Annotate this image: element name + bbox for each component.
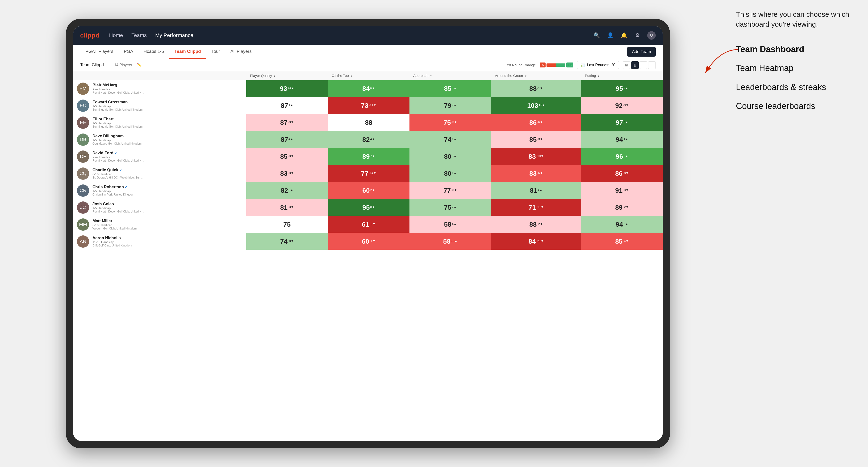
grid-view-button[interactable]: ⊞	[623, 61, 630, 69]
score-cell-tee: 88	[328, 114, 409, 131]
team-name: Team Clippd	[80, 63, 104, 67]
player-avatar: BM	[77, 83, 89, 95]
player-cell: EE Elliot Ebert 1-5 Handicap Sunningdale…	[73, 114, 246, 131]
last-rounds-button[interactable]: 📊 Last Rounds: 20	[577, 61, 619, 69]
tab-all-players[interactable]: All Players	[225, 45, 257, 59]
tablet-frame: clippd Home Teams My Performance 🔍 👤 🔔 ⚙…	[66, 19, 670, 448]
score-cell-around: 71-11▼	[491, 199, 581, 216]
last-rounds-value: 20	[611, 63, 615, 67]
verified-icon: ✓	[119, 168, 122, 172]
score-cell-tee: 846▲	[328, 80, 409, 97]
bell-icon[interactable]: 🔔	[620, 31, 628, 39]
tab-pga[interactable]: PGA	[119, 45, 138, 59]
last-rounds-icon: 📊	[581, 63, 585, 67]
player-data-table: Player Quality ▾ Off the Tee ▾ Approach …	[73, 71, 663, 250]
score-cell-approach: 741▲	[409, 131, 491, 148]
team-separator: |	[108, 63, 110, 67]
list-view-button[interactable]: ☰	[640, 61, 647, 69]
player-cell: EC Edward Crossman 1-5 Handicap Sunningd…	[73, 97, 246, 114]
table-row[interactable]: AN Aaron Nicholls 11-15 Handicap Drift G…	[73, 233, 663, 250]
player-name: Elliot Ebert	[92, 117, 143, 121]
player-avatar: AN	[77, 236, 89, 248]
view-toggle-group: ⊞ ▦ ☰ ↓	[623, 61, 656, 69]
player-name: Matt Miller	[92, 219, 136, 223]
table-row[interactable]: EE Elliot Ebert 1-5 Handicap Sunningdale…	[73, 114, 663, 131]
player-cell: DB Dave Billingham 1-5 Handicap Gog Mago…	[73, 131, 246, 148]
nav-home[interactable]: Home	[109, 32, 123, 38]
score-cell-approach: 5810▲	[409, 233, 491, 250]
table-row[interactable]: DF David Ford✓ Plus Handicap Royal North…	[73, 148, 663, 165]
player-name: David Ford✓	[92, 151, 144, 155]
table-row[interactable]: CQ Charlie Quick✓ 6-10 Handicap St. Geor…	[73, 165, 663, 182]
score-cell-putting: 943▲	[581, 216, 663, 233]
player-club: St. George's Hill GC - Weybridge, Surrey…	[92, 176, 144, 179]
table-row[interactable]: BM Blair McHarg Plus Handicap Royal Nort…	[73, 80, 663, 97]
player-handicap: 11-15 Handicap	[92, 240, 132, 244]
tab-team-clippd[interactable]: Team Clippd	[169, 45, 206, 59]
add-team-button[interactable]: Add Team	[627, 47, 656, 57]
search-icon[interactable]: 🔍	[592, 31, 600, 39]
verified-icon: ✓	[115, 151, 117, 155]
table-row[interactable]: DB Dave Billingham 1-5 Handicap Gog Mago…	[73, 131, 663, 148]
player-avatar: JC	[77, 201, 89, 214]
download-button[interactable]: ↓	[648, 61, 656, 69]
score-cell-quality: 871▲	[246, 97, 328, 114]
player-club: Sunningdale Golf Club, United Kingdom	[92, 125, 143, 128]
team-info-bar: Team Clippd | 14 Players ✏️ 20 Round Cha…	[73, 59, 663, 71]
nav-teams[interactable]: Teams	[131, 32, 147, 38]
col-header-approach[interactable]: Approach ▾	[409, 71, 491, 80]
settings-icon[interactable]: ⚙	[633, 31, 642, 39]
player-handicap: 1-5 Handicap	[92, 206, 144, 210]
profile-icon[interactable]: 👤	[606, 31, 614, 39]
player-club: Royal North Devon Golf Club, United King…	[92, 91, 144, 94]
heatmap-view-button[interactable]: ▦	[631, 61, 639, 69]
col-header-putting[interactable]: Putting ▾	[581, 71, 663, 80]
score-cell-putting: 91-3▼	[581, 182, 663, 199]
edit-team-icon[interactable]: ✏️	[137, 63, 142, 67]
player-avatar: DF	[77, 151, 89, 163]
change-negative: -5	[540, 63, 546, 67]
player-cell: AN Aaron Nicholls 11-15 Handicap Drift G…	[73, 233, 246, 250]
change-bar-visual	[547, 63, 565, 67]
player-avatar: CQ	[77, 167, 89, 180]
col-header-tee[interactable]: Off the Tee ▾	[328, 71, 409, 80]
table-row[interactable]: MM Matt Miller 6-10 Handicap Woburn Golf…	[73, 216, 663, 233]
score-cell-approach: 584▲	[409, 216, 491, 233]
round-change-label: 20 Round Change	[507, 63, 536, 67]
nav-my-performance[interactable]: My Performance	[155, 32, 193, 38]
table-row[interactable]: CR Chris Robertson✓ 1-5 Handicap Craigmi…	[73, 182, 663, 199]
table-row[interactable]: JC Josh Coles 1-5 Handicap Royal North D…	[73, 199, 663, 216]
player-club: Woburn Golf Club, United Kingdom	[92, 227, 136, 230]
score-cell-tee: 77-14▼	[328, 165, 409, 182]
score-cell-around: 88-1▼	[491, 80, 581, 97]
col-header-around[interactable]: Around the Green ▾	[491, 71, 581, 80]
score-cell-approach: 801▲	[409, 165, 491, 182]
player-info: Dave Billingham 1-5 Handicap Gog Magog G…	[92, 134, 142, 145]
score-cell-tee: 602▲	[328, 182, 409, 199]
verified-icon: ✓	[125, 185, 127, 189]
player-handicap: 1-5 Handicap	[92, 121, 143, 125]
sub-navigation: PGAT Players PGA Hcaps 1-5 Team Clippd T…	[73, 45, 663, 59]
score-cell-putting: 89-2▼	[581, 199, 663, 216]
score-cell-around: 84-21▼	[491, 233, 581, 250]
player-table-container: Player Quality ▾ Off the Tee ▾ Approach …	[73, 71, 663, 441]
player-name: Dave Billingham	[92, 134, 142, 138]
player-handicap: 1-5 Handicap	[92, 189, 134, 193]
user-avatar[interactable]: U	[647, 31, 656, 40]
player-info: Aaron Nicholls 11-15 Handicap Drift Golf…	[92, 236, 132, 247]
tab-hcaps[interactable]: Hcaps 1-5	[138, 45, 169, 59]
score-cell-putting: 85-4▼	[581, 233, 663, 250]
score-cell-quality: 75	[246, 216, 328, 233]
team-bar-controls: 20 Round Change -5 +5 📊 Last Rounds: 20 …	[507, 61, 656, 69]
col-header-quality[interactable]: Player Quality ▾	[246, 71, 328, 80]
player-name: Chris Robertson✓	[92, 185, 134, 189]
table-row[interactable]: EC Edward Crossman 1-5 Handicap Sunningd…	[73, 97, 663, 114]
tab-pgat-players[interactable]: PGAT Players	[80, 45, 119, 59]
score-cell-around: 10315▲	[491, 97, 581, 114]
player-club: Gog Magog Golf Club, United Kingdom	[92, 142, 142, 145]
player-info: Edward Crossman 1-5 Handicap Sunningdale…	[92, 100, 143, 111]
player-handicap: 6-10 Handicap	[92, 173, 144, 176]
score-cell-around: 85-3▼	[491, 131, 581, 148]
player-name: Josh Coles	[92, 201, 144, 206]
tab-tour[interactable]: Tour	[206, 45, 225, 59]
